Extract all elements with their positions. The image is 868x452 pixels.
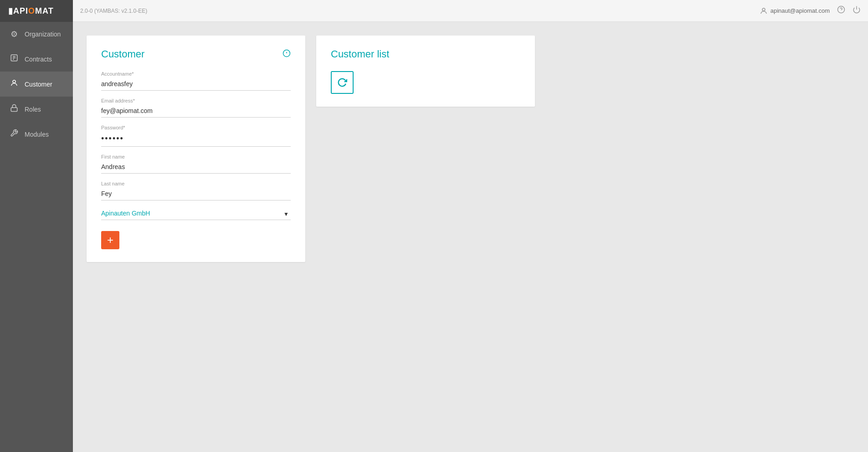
email-field: Email address*	[101, 98, 291, 118]
sidebar-item-label: Modules	[25, 131, 49, 138]
svg-rect-5	[11, 108, 17, 111]
customer-form-title: Customer	[101, 48, 291, 60]
user-icon	[760, 7, 768, 15]
user-info: apinaut@apiomat.com	[760, 7, 830, 15]
add-icon: +	[107, 235, 113, 246]
version-text: 2.0-0 (YAMBAS: v2.1.0-EE)	[80, 8, 147, 14]
firstname-input[interactable]	[101, 161, 291, 174]
logo-text: ▮APIOMAT	[8, 6, 54, 16]
firstname-field: First name	[101, 154, 291, 174]
sidebar-item-roles[interactable]: Roles	[0, 97, 73, 122]
password-input[interactable]	[101, 132, 291, 147]
topbar-right: apinaut@apiomat.com	[760, 5, 861, 16]
password-field: Password*	[101, 125, 291, 147]
email-input[interactable]	[101, 105, 291, 118]
accountname-field: Accountname*	[101, 71, 291, 91]
accountname-label: Accountname*	[101, 71, 291, 77]
app-logo: ▮APIOMAT	[0, 0, 73, 22]
sidebar-item-label: Roles	[25, 106, 41, 113]
refresh-icon	[337, 77, 347, 87]
customer-icon	[9, 79, 19, 89]
customer-list-title: Customer list	[331, 48, 520, 60]
firstname-label: First name	[101, 154, 291, 159]
sidebar-item-label: Customer	[25, 81, 52, 88]
info-icon[interactable]	[282, 49, 291, 60]
contracts-icon	[9, 54, 19, 64]
roles-icon	[9, 104, 19, 114]
accountname-input[interactable]	[101, 78, 291, 91]
organization-dropdown-field: Apinauten GmbH ▼	[101, 208, 291, 220]
modules-icon	[9, 129, 19, 139]
organization-icon: ⚙	[9, 29, 19, 39]
content-area: Customer Accountname* Email address* Pa	[73, 22, 868, 452]
user-email: apinaut@apiomat.com	[770, 7, 830, 14]
refresh-button[interactable]	[331, 71, 354, 94]
add-customer-button[interactable]: +	[101, 231, 119, 249]
main-wrapper: 2.0-0 (YAMBAS: v2.1.0-EE) apinaut@apioma…	[73, 0, 868, 452]
svg-point-6	[762, 8, 765, 11]
lastname-label: Last name	[101, 181, 291, 186]
customer-list-title-text: Customer list	[331, 48, 389, 60]
topbar: 2.0-0 (YAMBAS: v2.1.0-EE) apinaut@apioma…	[73, 0, 868, 22]
sidebar-item-label: Organization	[25, 31, 61, 38]
customer-form-title-text: Customer	[101, 48, 144, 60]
power-icon[interactable]	[853, 5, 861, 16]
email-label: Email address*	[101, 98, 291, 103]
svg-point-4	[13, 80, 15, 83]
sidebar-item-contracts[interactable]: Contracts	[0, 46, 73, 72]
password-label: Password*	[101, 125, 291, 130]
customer-form-card: Customer Accountname* Email address* Pa	[87, 36, 305, 262]
lastname-field: Last name	[101, 181, 291, 200]
sidebar: ▮APIOMAT ⚙ Organization Contracts Custom…	[0, 0, 73, 452]
sidebar-item-modules[interactable]: Modules	[0, 122, 73, 147]
sidebar-item-organization[interactable]: ⚙ Organization	[0, 22, 73, 46]
organization-select[interactable]: Apinauten GmbH	[101, 208, 291, 220]
sidebar-item-customer[interactable]: Customer	[0, 72, 73, 97]
help-icon[interactable]	[837, 5, 845, 16]
customer-list-card: Customer list	[316, 36, 535, 107]
lastname-input[interactable]	[101, 188, 291, 200]
sidebar-item-label: Contracts	[25, 56, 52, 63]
